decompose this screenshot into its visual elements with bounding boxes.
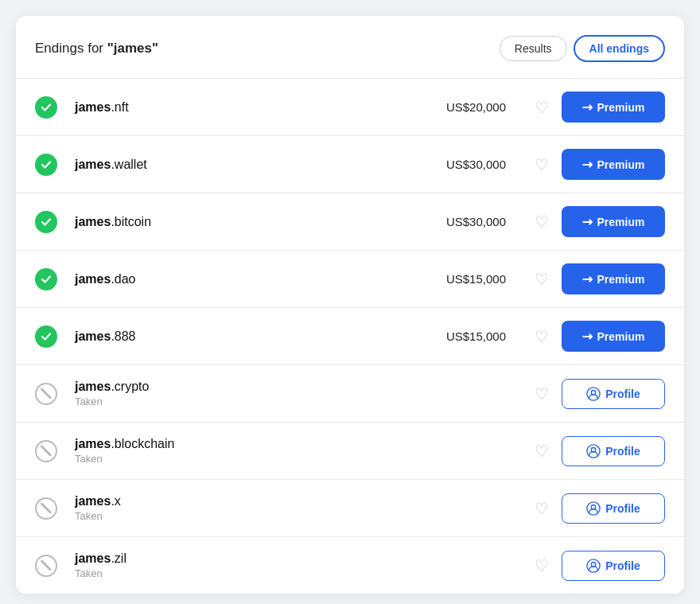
profile-icon [586,559,601,573]
domain-base: james [75,272,111,286]
results-button[interactable]: Results [500,36,567,61]
profile-icon [586,501,601,516]
favorite-icon[interactable]: ♡ [522,384,562,403]
premium-label: Premium [597,101,645,114]
arrow-icon: ↗ [578,270,597,288]
domain-ext: .zil [111,551,126,565]
page-header: Endings for "james" Results All endings [16,35,684,78]
premium-label: Premium [597,216,645,228]
svg-point-5 [592,505,596,509]
domain-ext: .dao [111,272,135,286]
premium-button[interactable]: ↗Premium [562,263,665,294]
status-icon [35,497,64,520]
table-row: james.bitcoinUS$30,000♡↗Premium [16,193,684,250]
blocked-icon [35,497,57,520]
domain-ext: .x [111,494,120,508]
arrow-icon: ↗ [578,212,597,231]
table-row: james.daoUS$15,000♡↗Premium [16,250,684,307]
domain-base: james [75,329,111,343]
domain-taken-label: Taken [75,510,426,522]
profile-label: Profile [605,388,640,400]
domain-ext: .crypto [111,380,149,393]
domain-info: james.xTaken [64,494,426,522]
profile-label: Profile [605,445,640,458]
domain-info: james.nft [64,100,426,115]
domain-info: james.888 [64,329,426,344]
domain-name: james.888 [75,329,426,344]
svg-point-3 [592,447,596,451]
premium-button[interactable]: ↗Premium [562,92,665,123]
domain-base: james [75,158,111,171]
arrow-icon: ↗ [578,327,597,345]
domain-name: james.crypto [75,380,426,394]
premium-button[interactable]: ↗Premium [562,206,665,237]
favorite-icon[interactable]: ♡ [522,442,562,461]
favorite-icon[interactable]: ♡ [522,270,562,289]
domain-info: james.blockchainTaken [64,437,426,465]
profile-label: Profile [605,559,640,572]
svg-point-7 [592,562,596,566]
profile-button[interactable]: Profile [562,379,665,409]
domain-name: james.zil [75,551,426,566]
domain-base: james [75,380,111,393]
status-icon [35,154,64,176]
premium-label: Premium [597,273,645,286]
all-endings-button[interactable]: All endings [574,35,665,62]
domain-price: US$15,000 [426,329,522,343]
table-row: james.nftUS$20,000♡↗Premium [16,78,684,135]
domain-info: james.wallet [64,158,426,172]
favorite-icon[interactable]: ♡ [522,556,562,575]
table-row: james.zilTaken♡ Profile [16,536,684,594]
favorite-icon[interactable]: ♡ [522,327,562,346]
profile-icon [586,387,601,401]
domain-info: james.cryptoTaken [64,380,426,407]
premium-button[interactable]: ↗Premium [562,149,665,180]
status-icon [35,96,64,119]
domain-name: james.blockchain [75,437,426,451]
domain-info: james.bitcoin [64,215,426,229]
favorite-icon[interactable]: ♡ [522,98,562,117]
profile-icon [586,444,601,458]
favorite-icon[interactable]: ♡ [522,212,562,232]
premium-button[interactable]: ↗Premium [562,321,665,352]
profile-button[interactable]: Profile [562,493,665,524]
domain-ext: .888 [111,329,135,343]
favorite-icon[interactable]: ♡ [522,155,562,174]
table-row: james.cryptoTaken♡ Profile [16,364,684,422]
arrow-icon: ↗ [578,98,597,116]
domain-info: james.zilTaken [64,551,426,579]
page-title: Endings for "james" [35,41,158,57]
arrow-icon: ↗ [578,155,597,173]
domain-base: james [75,494,111,508]
profile-button[interactable]: Profile [562,436,665,466]
domain-base: james [75,100,111,114]
status-icon [35,268,64,290]
table-row: james.xTaken♡ Profile [16,479,684,536]
check-icon [35,325,57,348]
blocked-icon [35,440,57,462]
domain-taken-label: Taken [75,396,426,407]
domain-ext: .wallet [111,158,146,171]
domain-base: james [75,437,111,450]
domain-name: james.nft [75,100,426,115]
domain-info: james.dao [64,272,426,286]
domain-price: US$15,000 [426,272,522,286]
domain-name: james.x [75,494,426,509]
profile-label: Profile [605,502,640,515]
domain-base: james [75,551,111,565]
status-icon [35,555,64,577]
status-icon [35,211,64,233]
profile-button[interactable]: Profile [562,551,665,581]
domain-ext: .bitcoin [111,215,151,228]
domain-taken-label: Taken [75,453,426,465]
check-icon [35,96,57,119]
favorite-icon[interactable]: ♡ [522,499,562,518]
domain-name: james.wallet [75,158,426,172]
status-icon [35,440,64,462]
premium-label: Premium [597,330,645,343]
table-row: james.888US$15,000♡↗Premium [16,307,684,364]
domain-ext: .blockchain [111,437,174,450]
status-icon [35,325,64,348]
table-row: james.blockchainTaken♡ Profile [16,422,684,479]
header-controls: Results All endings [500,35,665,62]
